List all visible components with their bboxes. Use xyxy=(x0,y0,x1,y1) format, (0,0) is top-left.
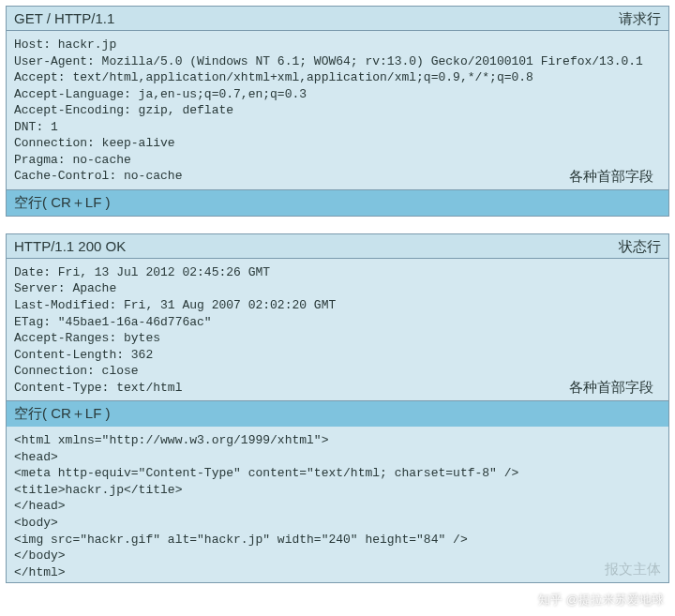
http-response-panel: HTTP/1.1 200 OK 状态行 Date: Fri, 13 Jul 20… xyxy=(6,233,669,583)
request-header-line: Accept-Encoding: gzip, deflate xyxy=(14,102,661,119)
request-header-line: Accept: text/html,application/xhtml+xml,… xyxy=(14,69,661,86)
response-body-line: </body> xyxy=(14,548,661,564)
response-body-block: <html xmlns="http://www.w3.org/1999/xhtm… xyxy=(7,427,668,582)
request-header-line: User-Agent: Mozilla/5.0 (Windows NT 6.1;… xyxy=(14,53,661,70)
request-header-line: Host: hackr.jp xyxy=(14,37,661,53)
request-header-line: Accept-Language: ja,en-us;q=0.7,en;q=0.3 xyxy=(14,86,661,103)
response-header-line: Server: Apache xyxy=(14,280,661,297)
request-header-line: DNT: 1 xyxy=(14,119,661,136)
response-body-line: <html xmlns="http://www.w3.org/1999/xhtm… xyxy=(14,432,661,449)
request-headers-block: Host: hackr.jp User-Agent: Mozilla/5.0 (… xyxy=(7,31,668,189)
response-header-line: ETag: "45bae1-16a-46d776ac" xyxy=(14,314,661,331)
http-request-panel: GET / HTTP/1.1 请求行 Host: hackr.jp User-A… xyxy=(6,6,669,217)
watermark-text: 知乎 @提拉米苏爱地球 xyxy=(538,592,664,606)
response-header-line: Date: Fri, 13 Jul 2012 02:45:26 GMT xyxy=(14,264,661,281)
response-empty-line: 空行( CR＋LF ) xyxy=(7,400,668,427)
request-start-line-row: GET / HTTP/1.1 请求行 xyxy=(7,7,668,31)
response-body-line: </html> xyxy=(14,564,661,581)
response-body-label: 报文主体 xyxy=(605,561,661,578)
response-status-line: HTTP/1.1 200 OK xyxy=(14,238,126,254)
request-start-line: GET / HTTP/1.1 xyxy=(14,10,114,26)
response-header-line: Connection: close xyxy=(14,363,661,380)
request-empty-line: 空行( CR＋LF ) xyxy=(7,189,668,216)
response-body-line: <title>hackr.jp</title> xyxy=(14,482,661,499)
response-status-line-label: 状态行 xyxy=(619,238,661,256)
response-header-line: Accept-Ranges: bytes xyxy=(14,330,661,347)
response-body-line: <img src="hackr.gif" alt="hackr.jp" widt… xyxy=(14,532,661,548)
response-body-line: <head> xyxy=(14,449,661,466)
request-header-line: Connection: keep-alive xyxy=(14,135,661,152)
request-header-line: Pragma: no-cache xyxy=(14,152,661,169)
response-headers-block: Date: Fri, 13 Jul 2012 02:45:26 GMT Serv… xyxy=(7,259,668,400)
response-body-line: </head> xyxy=(14,498,661,515)
response-body-line: <meta http-equiv="Content-Type" content=… xyxy=(14,465,661,482)
request-start-line-label: 请求行 xyxy=(619,10,661,28)
response-header-line: Content-Length: 362 xyxy=(14,347,661,364)
response-body-line: <body> xyxy=(14,515,661,532)
response-status-line-row: HTTP/1.1 200 OK 状态行 xyxy=(7,234,668,259)
response-header-line: Last-Modified: Fri, 31 Aug 2007 02:02:20… xyxy=(14,297,661,314)
